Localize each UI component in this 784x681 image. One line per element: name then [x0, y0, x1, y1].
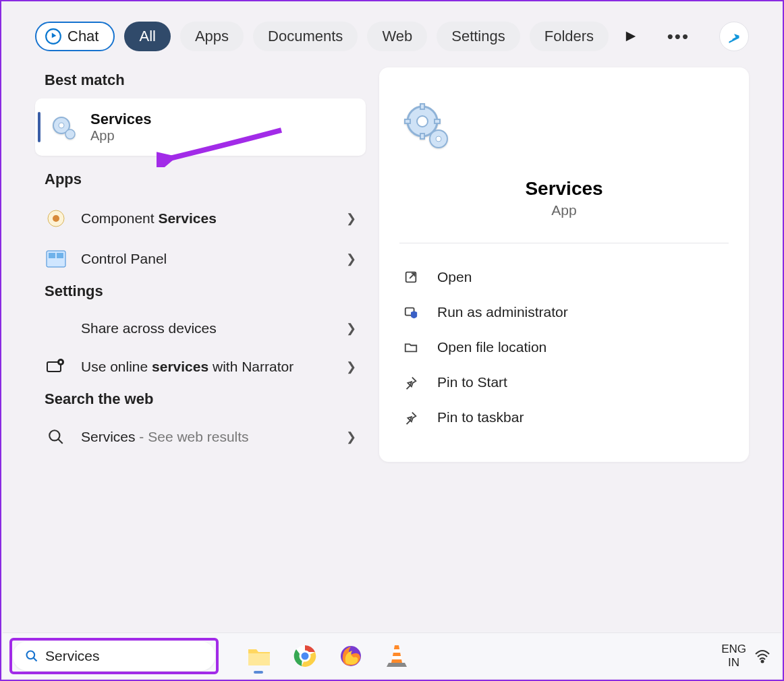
bing-chat-icon — [45, 28, 62, 45]
tab-web[interactable]: Web — [367, 22, 427, 51]
action-label: Pin to Start — [437, 374, 507, 390]
action-label: Open — [437, 269, 472, 285]
taskbar: ENG IN — [3, 632, 781, 678]
section-apps: Apps — [45, 171, 366, 188]
open-icon — [402, 270, 420, 285]
tab-all[interactable]: All — [124, 22, 170, 51]
action-run-as-administrator[interactable]: Run as administrator — [399, 295, 729, 330]
result-label: Control Panel — [81, 251, 333, 267]
chevron-right-icon: ❯ — [346, 211, 356, 226]
setting-share-across-devices[interactable]: Share across devices ❯ — [35, 309, 366, 347]
tab-apps[interactable]: Apps — [180, 22, 244, 51]
action-pin-to-taskbar[interactable]: Pin to taskbar — [399, 400, 729, 435]
search-box-annotation-highlight — [9, 638, 219, 674]
folder-icon — [402, 340, 420, 355]
action-open[interactable]: Open — [399, 260, 729, 295]
result-label: Share across devices — [81, 320, 333, 336]
action-label: Open file location — [437, 339, 547, 355]
web-result[interactable]: Services - See web results ❯ — [35, 417, 366, 456]
chevron-right-icon: ❯ — [346, 321, 356, 336]
preview-subtitle: App — [399, 202, 729, 218]
svg-point-11 — [59, 361, 62, 363]
tab-label: Chat — [67, 28, 99, 45]
search-icon — [45, 428, 67, 446]
app-result-control-panel[interactable]: Control Panel ❯ — [35, 239, 366, 278]
section-best-match: Best match — [45, 71, 366, 89]
wifi-icon[interactable] — [754, 649, 775, 663]
action-label: Pin to taskbar — [437, 409, 524, 425]
svg-rect-7 — [49, 253, 55, 258]
svg-rect-19 — [435, 119, 440, 123]
pin-icon — [402, 375, 420, 390]
result-label: Component Services — [81, 210, 333, 227]
preview-title: Services — [399, 178, 729, 200]
taskbar-search-box[interactable] — [13, 641, 215, 671]
taskbar-vlc-icon[interactable] — [383, 643, 410, 670]
component-services-icon — [45, 208, 67, 229]
svg-point-5 — [53, 215, 59, 222]
chevron-right-icon: ❯ — [346, 359, 356, 374]
svg-rect-16 — [420, 104, 424, 109]
svg-rect-32 — [392, 656, 401, 659]
chevron-right-icon: ❯ — [346, 251, 356, 266]
taskbar-chrome-icon[interactable] — [291, 643, 318, 670]
svg-rect-26 — [248, 653, 270, 665]
svg-point-24 — [27, 651, 35, 659]
best-match-subtitle: App — [90, 128, 152, 144]
language-indicator[interactable]: ENG IN — [721, 643, 754, 669]
best-match-result[interactable]: Services App — [35, 98, 366, 156]
services-gear-icon — [50, 114, 77, 141]
control-panel-icon — [45, 250, 67, 268]
tabs-overflow-arrow-icon[interactable] — [625, 30, 637, 42]
chevron-right-icon: ❯ — [346, 430, 356, 444]
section-settings: Settings — [45, 283, 366, 300]
svg-rect-18 — [405, 119, 410, 123]
search-icon — [25, 649, 38, 663]
svg-point-3 — [65, 129, 75, 139]
action-pin-to-start[interactable]: Pin to Start — [399, 365, 729, 400]
best-match-title: Services — [90, 111, 152, 128]
svg-line-25 — [34, 657, 37, 661]
tab-folders[interactable]: Folders — [530, 22, 609, 51]
divider — [399, 243, 729, 243]
svg-point-12 — [49, 430, 59, 440]
svg-point-21 — [436, 136, 441, 142]
search-input[interactable] — [45, 648, 222, 664]
tab-chat[interactable]: Chat — [35, 22, 115, 51]
result-label: Services - See web results — [81, 429, 333, 445]
bing-account-icon[interactable] — [719, 22, 749, 51]
svg-line-13 — [58, 439, 63, 444]
svg-rect-31 — [393, 649, 400, 653]
app-result-component-services[interactable]: Component Services ❯ — [35, 198, 366, 239]
tab-settings[interactable]: Settings — [437, 22, 520, 51]
narrator-icon — [45, 358, 67, 376]
setting-online-services-narrator[interactable]: Use online services with Narrator ❯ — [35, 347, 366, 386]
more-options-icon[interactable]: ••• — [661, 26, 696, 47]
action-open-file-location[interactable]: Open file location — [399, 330, 729, 365]
taskbar-file-explorer-icon[interactable] — [246, 643, 273, 670]
svg-point-15 — [417, 116, 428, 127]
svg-rect-17 — [420, 134, 424, 139]
services-large-gear-icon — [399, 101, 729, 155]
preview-panel: Services App Open Run as administrator O… — [379, 67, 749, 462]
taskbar-firefox-icon[interactable] — [337, 643, 364, 670]
shield-admin-icon — [402, 305, 420, 320]
result-label: Use online services with Narrator — [81, 359, 333, 375]
action-label: Run as administrator — [437, 304, 568, 320]
tab-documents[interactable]: Documents — [253, 22, 358, 51]
svg-point-2 — [59, 123, 64, 128]
svg-rect-8 — [57, 253, 63, 258]
pin-icon — [402, 410, 420, 425]
section-search-web: Search the web — [45, 390, 366, 408]
svg-point-33 — [762, 660, 764, 662]
